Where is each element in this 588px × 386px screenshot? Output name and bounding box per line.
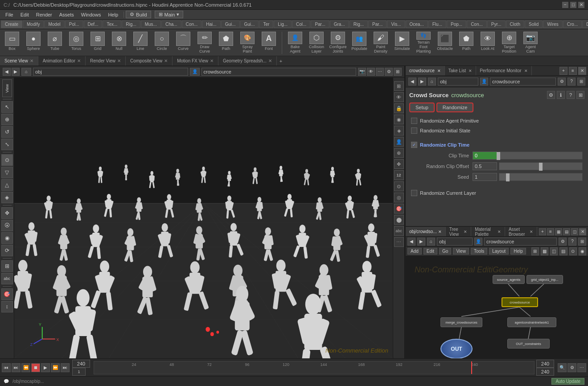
tool-line[interactable]: ╱Line [130, 31, 151, 55]
right-node-input[interactable] [490, 78, 556, 86]
tool-curve[interactable]: ⌒Curve [173, 31, 193, 55]
lt-tool7[interactable]: △ [1, 179, 13, 191]
viewport-expand-icon[interactable]: ⊞ [394, 68, 402, 76]
randomize-tab[interactable]: Randomize [436, 103, 474, 112]
vp-icon-11[interactable]: ◎ [394, 193, 404, 202]
menu-assets[interactable]: Assets [56, 11, 78, 18]
seed-thumb[interactable] [506, 173, 510, 181]
tool-look-at[interactable]: 👁Look At [477, 31, 498, 55]
tool-agent-cam[interactable]: 📷Agent Cam [520, 31, 541, 55]
viewport-eye-icon[interactable]: 👁 [367, 68, 375, 76]
timeline-cursor[interactable] [471, 361, 472, 374]
tab-scene-view-close[interactable]: ✕ [30, 58, 33, 63]
panel-gear-icon[interactable]: ⚙ [547, 91, 555, 99]
tool-draw-curve[interactable]: ✏Draw Curve [194, 31, 215, 55]
tool-target-position[interactable]: ⊕Target Position [499, 31, 519, 55]
shelf-tab-tex[interactable]: Tex... [103, 21, 121, 28]
shelf-tab-pol[interactable]: Pol... [65, 21, 83, 28]
shelf-tab-cha[interactable]: Cha... [161, 21, 181, 28]
br-tab-material-palette[interactable]: Material Palette ✕ [471, 227, 505, 236]
tool-font[interactable]: AFont [259, 31, 279, 55]
tool-populate[interactable]: 👥Populate [349, 31, 370, 55]
seed-value[interactable]: 1 [473, 173, 497, 181]
lt-tool5[interactable]: ⊙ [1, 154, 13, 166]
shelf-tab-pop[interactable]: Pop... [447, 21, 466, 28]
vp-icon-12[interactable]: 🎯 [394, 204, 404, 214]
tl-zoom-icon[interactable]: 🔍 [558, 363, 567, 372]
tl-settings-icon[interactable]: ⚙ [567, 363, 576, 372]
shelf-tab-gui2[interactable]: Gui... [240, 21, 259, 28]
tl-end-frame2[interactable] [536, 368, 554, 376]
br-layout-btn1[interactable]: ▦ [555, 228, 562, 235]
menu-file[interactable]: File [2, 11, 17, 18]
tab-scene-view[interactable]: Scene View ✕ [0, 56, 38, 66]
ng-forward-button[interactable]: ▶ [417, 238, 425, 246]
shelf-tab-mus[interactable]: Mus... [141, 21, 161, 28]
right-back-button[interactable]: ◀ [408, 78, 416, 86]
tool-box[interactable]: ▭Box [2, 31, 22, 55]
panel-info-icon[interactable]: ℹ [557, 91, 565, 99]
tab-animation-editor[interactable]: Animation Editor ✕ [38, 56, 86, 66]
lt-tool14[interactable]: abc [1, 273, 13, 284]
shelf-tab-def[interactable]: Def... [84, 21, 103, 28]
node-graph-canvas[interactable]: Non-Commercial EditiGeometry [406, 256, 588, 358]
panel-expand-icon[interactable]: ⊞ [576, 91, 584, 99]
shelf-tab-lig[interactable]: Lig... [274, 21, 292, 28]
br-tab-crowdso-close[interactable]: ✕ [438, 230, 442, 234]
lt-tool6[interactable]: ▽ [1, 167, 13, 178]
right-panel-add-button[interactable]: + [559, 67, 567, 75]
tool-null[interactable]: ⊗Null [109, 31, 129, 55]
shelf-tab-create[interactable]: Create [1, 21, 22, 28]
random-clip-offset-thumb[interactable] [539, 163, 543, 171]
tool-configure-joints[interactable]: ⚙Configure Joints [328, 31, 348, 55]
tab-render-view[interactable]: Render View ✕ [86, 56, 126, 66]
clip-time-slider-thumb[interactable] [497, 152, 500, 160]
lt-scale-tool[interactable]: ⤡ [1, 139, 13, 150]
shelf-tab-dri[interactable]: Dri... [582, 21, 588, 28]
viewport-node-icon[interactable]: 👤 [190, 68, 200, 76]
randomize-current-layer-check[interactable] [411, 190, 417, 196]
ng-icon4[interactable]: ▤ [559, 247, 567, 255]
tool-sphere[interactable]: ●Sphere [23, 31, 44, 55]
tl-end-frame1[interactable] [536, 360, 554, 368]
lt-select-tool[interactable]: ↖ [1, 101, 13, 113]
shelf-tab-par2[interactable]: Par... [368, 21, 387, 28]
right-settings-icon[interactable]: ⚙ [558, 78, 566, 86]
tool-obstacle[interactable]: ⬛Obstacle [435, 31, 455, 55]
right-forward-button[interactable]: ▶ [418, 78, 426, 86]
viewport-forward-button[interactable]: ▶ [12, 68, 20, 76]
ng-go-button[interactable]: Go [439, 248, 451, 255]
node-crowdsource[interactable]: crowdsource [502, 297, 538, 307]
shelf-tab-modify[interactable]: Modify [23, 21, 44, 28]
close-button[interactable]: ✕ [578, 2, 584, 8]
right-home-icon[interactable]: ⌂ [428, 78, 436, 86]
shelf-tab-flu[interactable]: Flu... [428, 21, 446, 28]
shelf-tab-rig2[interactable]: Rig... [350, 21, 368, 28]
br-menu-button[interactable]: ≡ [547, 228, 554, 235]
tl-frame-label[interactable] [72, 368, 86, 376]
lt-tool15[interactable]: 🎯 [1, 288, 13, 300]
vp-icon-6[interactable]: 👤 [394, 137, 404, 147]
vp-icon-1[interactable]: ⊞ [394, 81, 404, 91]
tl-play[interactable]: ▶ [41, 363, 50, 372]
right-tab-perf-monitor[interactable]: Performance Monitor ✕ [476, 66, 531, 75]
tool-spray-paint[interactable]: 🎨Spray Paint [237, 31, 258, 55]
right-collapse-icon[interactable]: ⊞ [577, 78, 585, 86]
node-source-agents[interactable]: source_agents [493, 275, 525, 284]
viewport-camera-icon[interactable]: 📷 [358, 68, 366, 76]
ng-view-button[interactable]: View [453, 248, 469, 255]
viewport-settings-icon[interactable]: ⚙ [385, 68, 393, 76]
tab-motion-fx-close[interactable]: ✕ [210, 58, 214, 63]
ng-node-input[interactable] [484, 238, 557, 246]
viewport-obj-input[interactable] [33, 68, 188, 76]
lt-tool13[interactable]: ⊞ [1, 260, 13, 272]
ng-icon3[interactable]: ◫ [550, 247, 558, 255]
shelf-tab-con2[interactable]: Con... [467, 21, 487, 28]
right-tab-take-list[interactable]: Take List ✕ [445, 66, 476, 75]
vp-icon-2[interactable]: 👁 [394, 92, 404, 102]
ng-icon1[interactable]: ⊞ [531, 247, 539, 255]
br-tab-tree-view-close[interactable]: ✕ [464, 230, 467, 234]
shelf-tab-cloth[interactable]: Cloth [506, 21, 524, 28]
shelf-tab-ter[interactable]: Ter [259, 21, 273, 28]
tl-goto-start[interactable]: ⏮ [2, 363, 11, 372]
